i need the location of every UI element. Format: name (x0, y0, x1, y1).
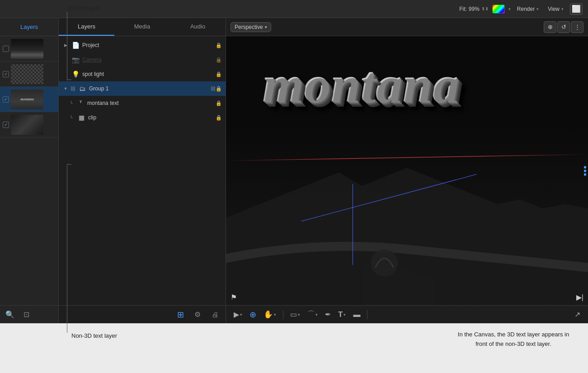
pan-chevron: ▾ (274, 312, 276, 317)
tree-item-clip[interactable]: └ ▦ clip 🔒 (59, 110, 226, 125)
tree-item-project[interactable]: ▶ 📄 Project 🔒 (59, 38, 226, 52)
svg-point-1 (371, 250, 398, 277)
app-container: Fit: 99% ⬆⬇ ▾ Render ▾ View ▾ ⬜ Layers (0, 0, 588, 373)
resize-tool-button[interactable]: ↗ (572, 309, 583, 320)
annotation-non3d-label: Non-3D text layer (71, 332, 117, 339)
text-tool-button[interactable]: T ▾ (336, 309, 348, 321)
tree-expand-icon (62, 71, 69, 77)
shape-tool-button[interactable]: ▭ ▾ (288, 309, 302, 320)
terrain-svg (226, 130, 588, 305)
view-chevron: ▾ (561, 7, 564, 11)
fit-label: Fit: (459, 6, 467, 12)
layers-panel-header: Layers (0, 18, 58, 36)
annotation-3d-label: 3D text layer (67, 5, 100, 11)
3d-orbit-icon: ⊕ (249, 310, 256, 320)
lock-icon: 🔒 (216, 42, 222, 48)
middle-panel-footer: ⊞ ⚙ 🖨 (59, 305, 226, 323)
lock-icon: 🔒 (216, 57, 222, 63)
perspective-label: Perspective (235, 24, 263, 30)
clip-icon: ▦ (77, 114, 85, 121)
pen-tool-button[interactable]: ✒ (323, 309, 333, 320)
canvas-viewport[interactable]: montana ⚑ ▶| (226, 36, 588, 305)
layer-thumbnail: montana (11, 90, 43, 109)
annotation-non3d-line (67, 164, 67, 333)
project-icon: 📄 (71, 42, 80, 49)
color-picker-button[interactable] (492, 5, 505, 14)
tool-separator (283, 310, 283, 319)
settings-button[interactable]: ⚙ (191, 308, 204, 321)
fit-chevron[interactable]: ⬆⬇ (481, 6, 489, 11)
3d-tool-button[interactable]: ⊕ (247, 308, 259, 321)
annotation-3d-tick (67, 80, 71, 80)
layer-thumb-item[interactable] (0, 112, 58, 137)
canvas-bottom-toolbar: ▶ ▾ ⊕ ✋ ▾ ▭ ▾ (226, 305, 588, 323)
link-icon: ⛓ (71, 86, 75, 91)
pan-tool-button[interactable]: ✋ ▾ (261, 308, 278, 321)
shape-icon: ▭ (290, 310, 297, 319)
mask-icon: ▬ (353, 311, 360, 319)
tree-label-montana: montana text (87, 100, 213, 106)
layer-thumb-item[interactable] (0, 36, 58, 61)
color-chevron[interactable]: ▾ (508, 7, 511, 11)
select-tool-button[interactable]: ▶ ▾ (231, 309, 245, 320)
view-options-icon[interactable]: ⋮ (571, 21, 583, 33)
view-button[interactable]: View ▾ (545, 5, 566, 14)
lock-icon: 🔒 (216, 115, 222, 121)
camera-icon: 📷 (71, 56, 80, 63)
group-icon: 🗂 (78, 85, 86, 92)
canvas-area: Perspective ▾ ⊕ ↺ ⋮ (226, 18, 588, 323)
playhead-end[interactable]: ▶| (576, 293, 583, 302)
lock-icon: 🔒 (216, 71, 222, 77)
spotlight-icon: 💡 (71, 71, 80, 78)
canvas-resize-handle[interactable] (584, 166, 586, 175)
3dtext-icon: ᵀ (76, 100, 85, 106)
tree-item-group1[interactable]: ▼ ⛓ 🗂 Group 1 ⛓🔒 (59, 81, 226, 96)
playhead-start[interactable]: ⚑ (230, 293, 237, 302)
layers-tab-label[interactable]: Layers (20, 24, 38, 30)
layer-visibility-checkbox[interactable] (3, 46, 9, 52)
layer-thumb-item[interactable]: montana (0, 87, 58, 112)
render-label: Render (517, 6, 535, 12)
blue-axis-vertical (353, 184, 353, 265)
montana-3d-text: montana (262, 54, 583, 114)
tree-item-camera[interactable]: 📷 Camera 🔒 (59, 52, 226, 67)
layer-thumbnail (11, 115, 43, 135)
layer-visibility-checkbox[interactable] (3, 71, 9, 77)
layer-visibility-checkbox[interactable] (3, 96, 9, 103)
tree-item-spotlight[interactable]: 💡 spot light 🔒 (59, 67, 226, 81)
indent-marker: └ (70, 101, 73, 106)
search-icon[interactable]: 🔍 (4, 308, 16, 321)
main-content: Layers montana (0, 18, 588, 323)
layout-option-1[interactable]: ⬜ (570, 3, 583, 15)
layer-thumbnail (11, 64, 43, 84)
layer-visibility-checkbox[interactable] (3, 122, 9, 128)
tab-audio[interactable]: Audio (170, 18, 226, 36)
indent-marker: └ (70, 115, 73, 120)
print-button[interactable]: 🖨 (208, 308, 221, 321)
left-panel: Layers montana (0, 18, 59, 323)
render-button[interactable]: Render ▾ (514, 5, 541, 14)
canvas-toolbar: Perspective ▾ ⊕ ↺ ⋮ (226, 18, 588, 36)
path-tool-button[interactable]: ⌒ ▾ (305, 308, 320, 321)
perspective-dropdown[interactable]: Perspective ▾ (230, 22, 271, 32)
tab-media[interactable]: Media (114, 18, 170, 36)
tree-label-group1: Group 1 (89, 85, 208, 92)
fit-control: Fit: 99% ⬆⬇ (459, 6, 489, 12)
middle-panel: Layers Media Audio ▶ 📄 Project 🔒 (59, 18, 226, 323)
handle-dot (584, 173, 586, 175)
panel-layout-icon[interactable]: ⊡ (20, 308, 33, 321)
layer-thumb-item[interactable] (0, 61, 58, 87)
tree-item-montana[interactable]: └ ᵀ montana text 🔒 (59, 96, 226, 110)
view-orbit-icon[interactable]: ⊕ (544, 21, 556, 33)
fit-value[interactable]: 99% (469, 6, 480, 12)
view-reset-icon[interactable]: ↺ (557, 21, 570, 33)
shape-chevron: ▾ (298, 312, 300, 317)
layer-tree: ▶ 📄 Project 🔒 📷 Camera 🔒 💡 spot light (59, 36, 226, 305)
grid-view-button[interactable]: ⊞ (174, 308, 187, 321)
tree-expand-icon (62, 57, 69, 63)
tool-separator-2 (367, 310, 367, 319)
handle-dot (584, 170, 586, 172)
mask-tool-button[interactable]: ▬ (351, 309, 362, 320)
view-label: View (548, 6, 560, 12)
layer-thumbnail (11, 39, 43, 59)
